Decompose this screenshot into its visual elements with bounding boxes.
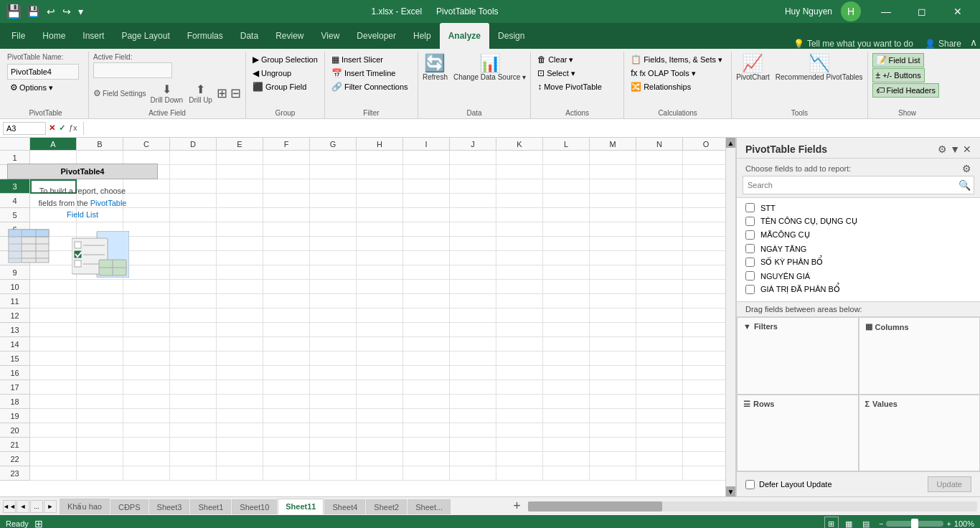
cell-H21[interactable] — [357, 438, 403, 452]
change-data-source-btn[interactable]: 📊 Change Data Source ▾ — [453, 53, 526, 81]
pt-fields-collapse-icon[interactable]: ▼ — [950, 143, 960, 155]
row-header-14[interactable]: 14 — [0, 337, 30, 352]
tab-data[interactable]: Data — [232, 23, 267, 49]
cell-M21[interactable] — [590, 438, 636, 452]
cell-I3[interactable] — [403, 179, 450, 194]
col-header-L[interactable]: L — [543, 138, 590, 151]
cell-C17[interactable] — [123, 380, 170, 395]
cell-L21[interactable] — [543, 438, 590, 452]
field-settings-btn[interactable]: ⚙ Field Settings — [93, 88, 146, 98]
cell-L7[interactable] — [543, 237, 590, 251]
cell-M14[interactable] — [590, 337, 636, 352]
cell-I17[interactable] — [403, 380, 450, 395]
cell-B14[interactable] — [77, 337, 123, 352]
tab-analyze[interactable]: Analyze — [440, 23, 489, 49]
cell-H4[interactable] — [357, 194, 403, 208]
cell-N16[interactable] — [636, 366, 683, 380]
cell-E23[interactable] — [217, 466, 263, 481]
cell-A23[interactable] — [30, 466, 77, 481]
field-item[interactable]: GIÁ TRỊ ĐÃ PHÂN BỔ — [737, 283, 980, 296]
cell-I19[interactable] — [403, 409, 450, 423]
cell-N8[interactable] — [636, 251, 683, 265]
cell-F1[interactable] — [263, 151, 310, 165]
cell-K13[interactable] — [496, 323, 543, 337]
cell-C20[interactable] — [123, 423, 170, 438]
sheet-tab-sheet...[interactable]: Sheet... — [407, 499, 451, 514]
cell-D16[interactable] — [170, 366, 217, 380]
insert-slicer-btn[interactable]: ▦Insert Slicer — [329, 53, 385, 66]
cell-H23[interactable] — [357, 466, 403, 481]
field-checkbox[interactable] — [745, 258, 755, 267]
cell-M3[interactable] — [590, 179, 636, 194]
cell-O20[interactable] — [683, 423, 730, 438]
cell-O16[interactable] — [683, 366, 730, 380]
cell-I4[interactable] — [403, 194, 450, 208]
cell-L1[interactable] — [543, 151, 590, 165]
cell-B17[interactable] — [77, 380, 123, 395]
cell-O18[interactable] — [683, 395, 730, 409]
cell-G19[interactable] — [310, 409, 357, 423]
col-header-G[interactable]: G — [310, 138, 357, 151]
fields-settings-icon[interactable]: ⚙ — [962, 163, 971, 174]
cell-E18[interactable] — [217, 395, 263, 409]
field-checkbox[interactable] — [745, 285, 755, 294]
field-headers-btn[interactable]: 🏷Field Headers — [872, 83, 939, 98]
collapse-ribbon-button[interactable]: ∧ — [967, 36, 980, 49]
cell-M17[interactable] — [590, 380, 636, 395]
col-header-K[interactable]: K — [496, 138, 543, 151]
tab-file[interactable]: File — [3, 23, 34, 49]
cell-N20[interactable] — [636, 423, 683, 438]
cell-N23[interactable] — [636, 466, 683, 481]
cell-M15[interactable] — [590, 352, 636, 366]
cell-M12[interactable] — [590, 308, 636, 323]
confirm-formula-icon[interactable]: ✓ — [59, 123, 65, 133]
cell-J3[interactable] — [450, 179, 496, 194]
cell-B18[interactable] — [77, 395, 123, 409]
cell-O3[interactable] — [683, 179, 730, 194]
cell-F17[interactable] — [263, 380, 310, 395]
cell-K20[interactable] — [496, 423, 543, 438]
cell-H5[interactable] — [357, 208, 403, 222]
cell-K8[interactable] — [496, 251, 543, 265]
cell-K23[interactable] — [496, 466, 543, 481]
cell-J18[interactable] — [450, 395, 496, 409]
cell-J19[interactable] — [450, 409, 496, 423]
insert-function-icon[interactable]: ƒx — [69, 123, 77, 133]
restore-button[interactable]: ◻ — [905, 0, 938, 23]
cell-L15[interactable] — [543, 352, 590, 366]
cell-K3[interactable] — [496, 179, 543, 194]
relationships-btn[interactable]: 🔀Relationships — [628, 80, 693, 93]
save-icon[interactable]: 💾 — [26, 4, 41, 19]
cell-N1[interactable] — [636, 151, 683, 165]
cell-B22[interactable] — [77, 452, 123, 466]
cell-M9[interactable] — [590, 265, 636, 280]
cell-F22[interactable] — [263, 452, 310, 466]
field-item[interactable]: NGUYÊN GIÁ — [737, 269, 980, 283]
cell-H3[interactable] — [357, 179, 403, 194]
cell-I9[interactable] — [403, 265, 450, 280]
cell-K12[interactable] — [496, 308, 543, 323]
cell-G4[interactable] — [310, 194, 357, 208]
cell-I16[interactable] — [403, 366, 450, 380]
cell-G11[interactable] — [310, 294, 357, 308]
cell-O15[interactable] — [683, 352, 730, 366]
cell-K18[interactable] — [496, 395, 543, 409]
cell-D6[interactable] — [170, 222, 217, 237]
cell-G7[interactable] — [310, 237, 357, 251]
expand-field-btn[interactable]: ⊞ — [217, 85, 227, 101]
drag-zone-columns[interactable]: ▦ Columns — [859, 317, 981, 395]
cell-G1[interactable] — [310, 151, 357, 165]
field-checkbox[interactable] — [745, 230, 755, 240]
cell-O17[interactable] — [683, 380, 730, 395]
select-btn[interactable]: ⊡Select ▾ — [535, 67, 578, 80]
cell-K9[interactable] — [496, 265, 543, 280]
cell-O19[interactable] — [683, 409, 730, 423]
row-header-17[interactable]: 17 — [0, 380, 30, 395]
tell-me-input[interactable]: 💡 Tell me what you want to do — [788, 39, 919, 49]
tab-home[interactable]: Home — [34, 23, 74, 49]
cell-N21[interactable] — [636, 438, 683, 452]
cell-K16[interactable] — [496, 366, 543, 380]
cell-H17[interactable] — [357, 380, 403, 395]
sheet-tab-sheet2[interactable]: Sheet2 — [366, 499, 407, 514]
sheet-first-btn[interactable]: ◄◄ — [3, 500, 16, 513]
